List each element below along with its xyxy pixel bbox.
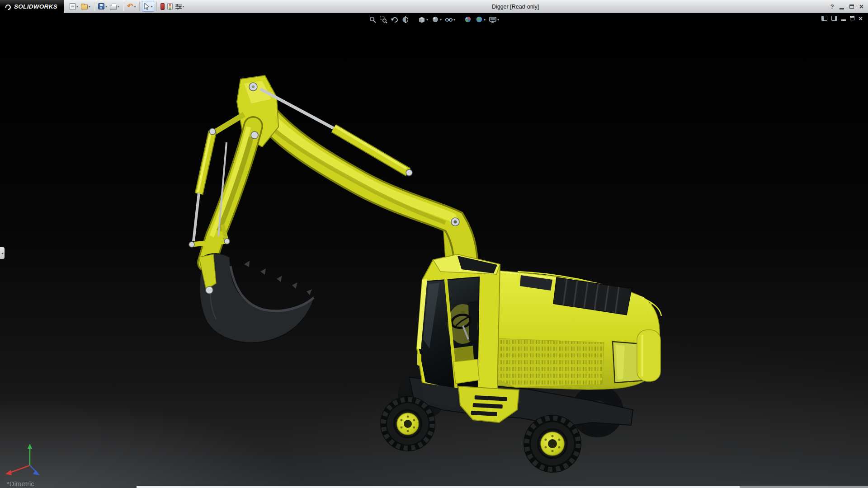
save-icon [98,3,104,9]
chevron-down-icon[interactable]: ▾ [89,5,90,9]
restore-button[interactable] [849,5,854,9]
view-settings-button[interactable]: ▾ [488,15,500,24]
left-pane-button[interactable] [821,16,827,21]
chevron-down-icon[interactable]: ▾ [183,5,184,9]
restore-icon [849,5,854,9]
dassault-3ds-logo-icon [4,3,12,10]
toolbar-separator [94,2,94,11]
bucket-teeth [244,261,312,295]
view-orientation-label: *Dimetric [7,480,34,488]
hide-show-items-button[interactable]: ▾ [444,15,456,24]
zoom-to-area-button[interactable] [379,15,388,24]
close-button[interactable]: × [859,3,863,10]
rebuild-icon [167,3,173,10]
graphics-viewport[interactable]: ▾ ▾ ▾ [0,13,868,488]
section-view-icon [401,16,409,23]
chevron-down-icon[interactable]: ▾ [134,5,136,9]
heads-up-view-toolbar: ▾ ▾ ▾ [368,15,500,24]
previous-view-button[interactable] [390,15,399,24]
doc-minimize-button[interactable] [841,16,846,21]
solidworks-xpert-button[interactable] [159,1,166,12]
doc-restore-icon [850,16,854,20]
rear-tank [637,330,660,381]
minimize-button[interactable] [840,4,844,9]
apply-scene-button[interactable]: ▾ [474,15,486,24]
edit-appearance-icon [464,15,472,23]
hide-show-items-icon [445,16,453,23]
chevron-down-icon[interactable]: ▾ [484,18,486,22]
previous-view-icon [391,16,398,23]
zoom-to-area-icon [380,16,387,23]
feature-panel-collapse-handle[interactable]: ◂ [0,247,5,259]
cab[interactable] [417,254,500,391]
select-cursor-icon [143,3,150,10]
chevron-down-icon[interactable]: ▾ [440,18,442,22]
status-bar-strip-right [740,486,868,488]
apply-scene-icon [475,15,483,23]
right-pane-icon [831,16,837,21]
doc-close-button[interactable]: × [859,15,863,22]
rebuild-button[interactable] [166,1,174,12]
solidworks-xpert-icon [160,3,165,10]
front-fender-steps[interactable] [420,383,519,422]
options-button[interactable]: ▾ [174,1,186,12]
minimize-icon [840,8,844,9]
zoom-to-fit-button[interactable] [368,15,377,24]
zoom-to-fit-icon [369,16,377,23]
toolbar-separator [123,2,123,11]
new-document-icon [70,3,75,10]
titlebar: SOLIDWORKS ▾ ▾ ▾ ▾ ↶ ▾ ▾ [0,0,868,13]
select-button[interactable]: ▾ [142,1,154,12]
edit-appearance-button[interactable] [463,15,473,24]
print-icon [110,5,117,10]
x-axis-arrow-icon [5,470,12,475]
document-window-controls: × [821,15,863,22]
orientation-triad[interactable] [2,443,52,483]
section-view-button[interactable] [401,15,410,24]
open-icon [81,5,88,9]
side-mirror [417,354,421,366]
chevron-down-icon[interactable]: ▾ [453,18,455,22]
toolbar-separator [156,2,157,11]
view-orientation-button[interactable]: ▾ [417,15,429,24]
undo-button[interactable]: ↶ ▾ [126,1,137,12]
open-button[interactable]: ▾ [80,1,92,12]
bucket[interactable] [199,253,315,343]
chevron-down-icon[interactable]: ▾ [118,5,119,9]
right-pane-button[interactable] [831,16,837,21]
rear-wheel[interactable] [524,415,581,473]
chevron-down-icon[interactable]: ▾ [76,5,78,9]
window-controls: ? × [830,0,863,13]
window-title: Digger [Read-only] [492,0,539,13]
save-button[interactable]: ▾ [97,1,108,12]
options-icon [175,4,182,9]
status-bar-strip [137,486,740,488]
left-pane-icon [821,16,827,21]
main-toolbar: ▾ ▾ ▾ ▾ ↶ ▾ ▾ [68,1,186,12]
chevron-down-icon[interactable]: ▾ [105,5,107,9]
chevron-down-icon[interactable]: ▾ [497,18,499,22]
help-button[interactable]: ? [830,3,834,10]
undo-icon: ↶ [127,3,133,10]
z-axis-arrow-icon [33,470,40,475]
side-grille [496,338,604,387]
view-settings-icon [489,16,497,23]
chevron-down-icon[interactable]: ▾ [151,5,152,9]
brand-text: SOLIDWORKS [14,3,57,10]
view-orientation-icon [418,15,426,23]
toolbar-separator [139,2,140,11]
solidworks-brand: SOLIDWORKS [0,0,64,13]
chevron-down-icon[interactable]: ▾ [426,18,428,22]
boom-arm[interactable] [192,75,471,266]
display-style-icon [431,15,439,23]
doc-restore-button[interactable] [850,16,854,20]
upper-body[interactable] [486,270,661,389]
print-button[interactable]: ▾ [108,1,121,12]
digger-3d-model[interactable] [0,13,868,488]
display-style-button[interactable]: ▾ [430,15,443,24]
front-wheel[interactable] [380,396,435,451]
y-axis-arrow-icon [28,444,32,449]
doc-minimize-icon [841,19,846,21]
new-document-button[interactable]: ▾ [68,1,80,12]
